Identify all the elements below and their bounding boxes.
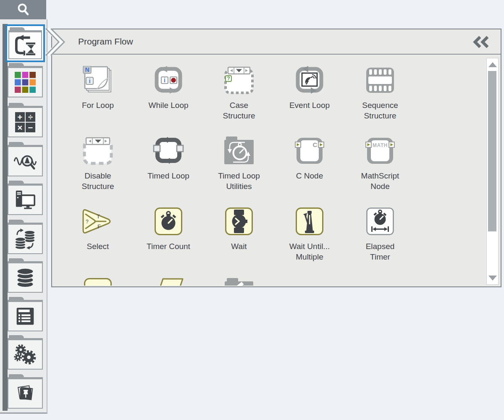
folder-tab xyxy=(8,374,43,378)
palette-item[interactable]: Sequence Structure xyxy=(345,63,415,134)
svg-text:?: ? xyxy=(86,219,89,225)
palette-category-sidebar: +÷ ×− xyxy=(0,19,47,414)
sidebar-item-system[interactable] xyxy=(8,335,43,370)
palette-item[interactable]: MATH MathScript Node xyxy=(345,134,415,204)
timed-loop-icon xyxy=(152,136,184,165)
palette-item-label: Sequence Structure xyxy=(362,100,398,121)
palette-item[interactable]: N iFor Loop xyxy=(63,63,133,134)
palette-item[interactable]: Wait Until... Multiple xyxy=(274,204,345,275)
palette-item-label: Wait Until... Multiple xyxy=(289,241,330,262)
sidebar-item-math[interactable]: +÷ ×− xyxy=(8,103,43,137)
svg-text:×: × xyxy=(18,123,23,132)
svg-text:T: T xyxy=(97,213,100,220)
palette-item[interactable]: Timer Count xyxy=(133,204,204,275)
palette-item[interactable]: C C Node xyxy=(274,134,345,204)
sidebar-item-pinned[interactable] xyxy=(8,374,43,409)
palette-item-label: While Loop xyxy=(148,100,188,110)
svg-text:−: − xyxy=(28,123,33,132)
panel-header: Program Flow xyxy=(52,29,501,55)
sidebar-item-user-interface[interactable] xyxy=(8,297,43,331)
scroll-up-icon xyxy=(488,62,497,67)
svg-text:i: i xyxy=(164,77,165,84)
database-icon xyxy=(14,267,36,288)
folder-tab xyxy=(8,103,43,107)
color-grid-icon xyxy=(15,72,36,93)
palette-item-label: Timed Loop Utilities xyxy=(218,171,260,192)
scroll-up-button[interactable] xyxy=(487,60,498,69)
timer-count-icon xyxy=(155,207,182,235)
palette-item[interactable]: Timed Loop Utilities xyxy=(204,134,274,204)
sidebar-item-program-flow[interactable] xyxy=(5,24,45,62)
sidebar-item-signal-analysis[interactable] xyxy=(8,142,43,176)
sidebar-item-hardware[interactable] xyxy=(8,181,43,215)
folder-tab xyxy=(8,297,43,301)
palette-item[interactable]: Wait xyxy=(204,204,274,275)
select-icon: ? T F xyxy=(81,208,114,234)
palette-item-label: Timer Count xyxy=(147,241,190,252)
palette-item-label: Event Loop xyxy=(289,100,330,110)
palette-item-label: For Loop xyxy=(82,100,114,110)
palette-item-label: Case Structure xyxy=(223,100,255,121)
folder-tab xyxy=(8,181,43,185)
folder-tab xyxy=(8,335,43,339)
scrollbar-thumb[interactable] xyxy=(488,71,496,231)
palette-item-label: MathScript Node xyxy=(361,171,399,192)
sidebar-item-data[interactable] xyxy=(8,258,43,293)
palette-item[interactable]: ?Case Structure xyxy=(204,63,274,134)
math-operators-icon: +÷ ×− xyxy=(15,112,36,133)
number-parallelogram-icon: # xyxy=(153,278,184,286)
folder-tab xyxy=(8,63,43,67)
scroll-down-icon xyxy=(488,276,497,281)
svg-text:N: N xyxy=(85,66,89,73)
collapse-left-icon xyxy=(472,36,490,48)
folder-tab xyxy=(8,27,42,32)
search-button[interactable] xyxy=(0,0,46,19)
while-loop-icon: i xyxy=(152,66,184,94)
svg-text:i: i xyxy=(89,77,90,84)
pinned-items-icon xyxy=(15,384,36,403)
svg-text:÷: ÷ xyxy=(28,113,33,122)
palette-item-label: Select xyxy=(87,241,109,252)
scroll-down-button[interactable] xyxy=(487,273,498,283)
data-conversion-icon xyxy=(14,228,37,249)
palette-grid: N iFor Loop i While Loop ?Case Structure… xyxy=(52,55,501,286)
palette-item[interactable]: Elapsed Timer xyxy=(345,204,415,275)
palette-item[interactable]: Timed Loop xyxy=(133,134,204,204)
svg-text:?: ? xyxy=(227,76,230,81)
elapsed-timer-icon xyxy=(366,207,394,235)
palette-item[interactable]: ? T FSelect xyxy=(63,204,133,275)
palette-item[interactable]: Event Loop xyxy=(274,63,345,134)
palette-item[interactable]: Disable Structure xyxy=(63,134,133,204)
palette-item-label: Wait xyxy=(231,241,247,252)
app-window: { "window": { "background": "#eef2f7" },… xyxy=(0,0,504,420)
sidebar-accent-strip xyxy=(3,24,8,411)
chain-links-icon xyxy=(84,278,112,286)
palette-item-label: C Node xyxy=(296,171,323,181)
palette-item[interactable]: i While Loop xyxy=(133,63,204,134)
panel-content: N iFor Loop i While Loop ?Case Structure… xyxy=(52,55,501,286)
disable-structure-icon xyxy=(82,136,114,165)
palette-item-label: Elapsed Timer xyxy=(366,241,395,262)
palette-item[interactable] xyxy=(204,275,274,286)
folder-tab xyxy=(8,220,43,224)
collapse-panel-button[interactable] xyxy=(472,36,491,48)
wait-icon xyxy=(225,207,253,235)
vertical-scrollbar[interactable] xyxy=(486,58,499,285)
palette-item[interactable] xyxy=(63,275,133,286)
program-flow-panel: Program Flow N iFor Loop i While Loop xyxy=(51,29,501,287)
folder-tab xyxy=(8,142,43,146)
sidebar-item-data-types[interactable] xyxy=(8,63,43,97)
svg-text:F: F xyxy=(97,223,101,230)
palette-item[interactable]: # xyxy=(133,275,204,286)
folder-back-arrow-icon xyxy=(223,278,255,286)
timed-loop-utilities-icon xyxy=(223,136,255,165)
mathscript-node-icon: MATH xyxy=(365,137,395,165)
palette-item-label: Disable Structure xyxy=(81,171,114,192)
computer-icon xyxy=(14,190,37,210)
panel-connector-arrow-icon xyxy=(45,28,71,56)
signal-analysis-icon xyxy=(14,151,37,172)
svg-text:MATH: MATH xyxy=(373,142,388,148)
gears-icon xyxy=(14,344,37,365)
sidebar-item-data-conversion[interactable] xyxy=(8,220,43,254)
event-loop-icon xyxy=(294,66,326,94)
